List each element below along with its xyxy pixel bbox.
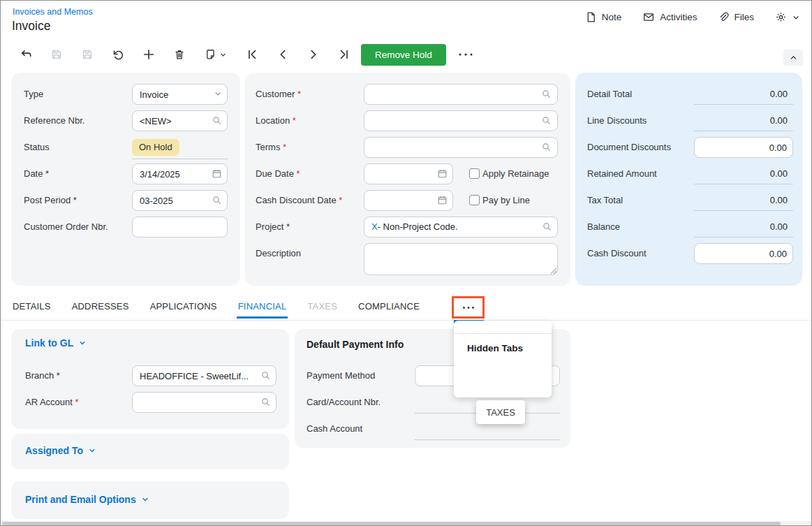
calendar-icon[interactable] (437, 195, 448, 205)
note-label: Note (602, 12, 622, 22)
cash-discount-input[interactable] (694, 243, 793, 264)
project-code-link[interactable]: X (371, 217, 378, 237)
assigned-to-header[interactable]: Assigned To (25, 445, 96, 456)
tab-applications[interactable]: APPLICATIONS (150, 299, 217, 319)
search-icon[interactable] (542, 221, 552, 232)
note-button[interactable]: Note (585, 11, 622, 23)
invoice-screen: Invoices and Memos Invoice Note Activiti… (0, 0, 812, 526)
customer-label: Customer * (256, 84, 301, 105)
breadcrumb[interactable]: Invoices and Memos (13, 7, 93, 17)
apply-retainage-checkbox[interactable] (469, 168, 480, 179)
horizontal-scrollbar-thumb[interactable] (2, 522, 781, 525)
copy-paste-button[interactable] (195, 43, 237, 66)
chevron-down-icon (141, 495, 149, 504)
calendar-icon[interactable] (212, 168, 222, 179)
terms-label: Terms * (256, 137, 286, 158)
go-prev-button[interactable] (267, 43, 298, 66)
payment-method-label: Payment Method (307, 365, 375, 386)
tab-compliance[interactable]: COMPLIANCE (358, 299, 420, 319)
files-button[interactable]: Files (718, 11, 754, 23)
project-input[interactable]: X - Non-Project Code. (364, 217, 558, 238)
required-asterisk: * (73, 195, 77, 205)
note-icon (585, 11, 597, 23)
search-icon[interactable] (541, 142, 552, 152)
back-button[interactable] (10, 43, 41, 66)
assigned-to-title: Assigned To (25, 445, 83, 456)
document-discounts-input[interactable] (694, 137, 793, 158)
chevron-down-icon[interactable] (214, 89, 222, 98)
status-underline (132, 159, 228, 159)
save-button[interactable] (72, 43, 103, 66)
save-close-button[interactable] (41, 43, 72, 66)
customer-order-nbr-input[interactable] (132, 217, 228, 238)
next-record-icon (307, 48, 320, 61)
line-discounts-value: 0.00 (694, 110, 793, 131)
remove-hold-button[interactable]: Remove Hold (361, 44, 446, 66)
collapse-summary-button[interactable] (783, 50, 803, 66)
link-to-gl-header[interactable]: Link to GL (25, 337, 87, 349)
document-header-middle-panel: Customer * Location * Terms * Due Date * (245, 73, 570, 286)
chevron-up-icon (789, 53, 798, 62)
tab-bar-divider (1, 320, 812, 321)
search-icon[interactable] (212, 195, 222, 205)
horizontal-scrollbar[interactable] (1, 521, 811, 525)
branch-input[interactable] (132, 365, 276, 386)
cash-account-value-underline (415, 439, 560, 440)
back-icon (20, 48, 33, 61)
activities-icon (642, 11, 655, 23)
cancel-undo-button[interactable] (103, 43, 133, 66)
more-icon (458, 52, 473, 57)
project-description-text: - Non-Project Code. (378, 217, 458, 237)
tab-taxes: TAXES (307, 299, 337, 319)
add-new-button[interactable] (133, 43, 164, 66)
search-icon[interactable] (260, 397, 271, 407)
tab-details[interactable]: DETAILS (13, 299, 51, 319)
tab-overflow-button[interactable] (452, 296, 485, 319)
terms-input[interactable] (364, 137, 558, 158)
document-discounts-label: Document Discounts (587, 137, 671, 158)
go-last-button[interactable] (329, 43, 360, 66)
activities-button[interactable]: Activities (642, 11, 697, 23)
pay-by-line-checkbox[interactable] (469, 195, 480, 205)
cash-account-label: Cash Account (307, 418, 362, 439)
post-period-label: Post Period * (24, 190, 77, 211)
first-record-icon (246, 48, 258, 61)
location-label: Location * (256, 110, 296, 131)
ar-account-input[interactable] (132, 392, 276, 413)
tab-bar: DETAILS ADDRESSES APPLICATIONS FINANCIAL… (13, 299, 420, 319)
trash-icon (173, 48, 186, 61)
search-icon[interactable] (541, 115, 552, 126)
balance-label: Balance (587, 217, 620, 238)
hidden-tab-item-taxes[interactable]: TAXES (476, 400, 525, 424)
go-first-button[interactable] (237, 43, 267, 66)
search-icon[interactable] (260, 370, 271, 381)
print-email-options-header[interactable]: Print and Email Options (25, 494, 149, 505)
required-asterisk: * (297, 168, 300, 179)
activities-label: Activities (660, 12, 697, 22)
required-asterisk: * (339, 195, 342, 205)
tax-total-label: Tax Total (587, 190, 623, 211)
status-label: Status (24, 137, 50, 158)
search-icon[interactable] (541, 89, 552, 99)
link-to-gl-section: Link to GL Branch * AR Account * (11, 329, 289, 429)
toolbar-more-button[interactable] (452, 43, 480, 66)
tab-addresses[interactable]: ADDRESSES (72, 299, 129, 319)
gear-icon (775, 11, 787, 23)
files-icon (718, 11, 729, 23)
last-record-icon (338, 48, 350, 61)
calendar-icon[interactable] (437, 168, 448, 179)
tab-financial[interactable]: FINANCIAL (237, 299, 288, 319)
detail-total-label: Detail Total (587, 84, 632, 105)
go-next-button[interactable] (298, 43, 329, 66)
settings-menu-button[interactable] (775, 11, 800, 23)
location-input[interactable] (364, 110, 558, 131)
document-header-left-panel: Type Reference Nbr. Status On Hold Date … (11, 73, 240, 286)
delete-button[interactable] (164, 43, 195, 66)
chevron-down-icon (88, 446, 96, 455)
description-textarea[interactable] (364, 243, 558, 275)
customer-input[interactable] (364, 84, 558, 105)
required-asterisk: * (45, 168, 49, 179)
assigned-to-section: Assigned To (11, 434, 289, 469)
search-icon[interactable] (212, 115, 222, 126)
branch-label: Branch * (25, 365, 60, 386)
